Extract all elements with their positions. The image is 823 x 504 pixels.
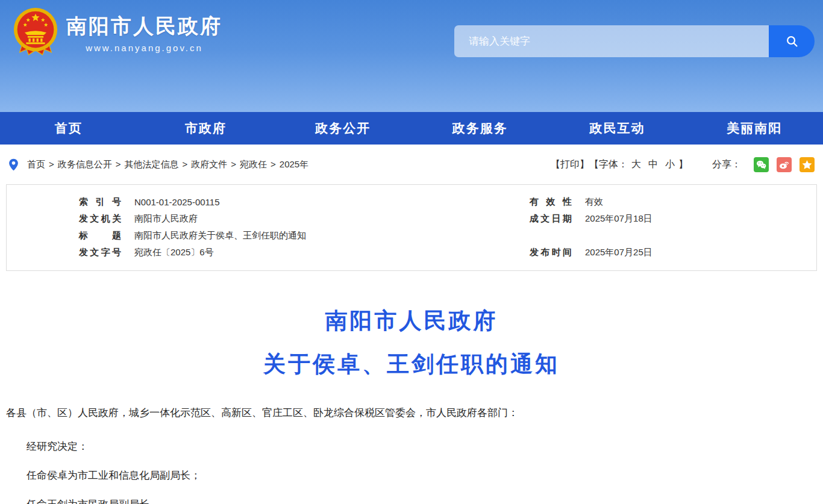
font-size-large-button[interactable]: 大 <box>631 158 641 171</box>
font-size-small-button[interactable]: 小 <box>665 158 675 171</box>
nav-item-gov-services[interactable]: 政务服务 <box>411 112 549 145</box>
location-pin-icon <box>8 158 19 171</box>
font-size-suffix: 】 <box>678 158 688 171</box>
nav-item-home[interactable]: 首页 <box>0 112 137 145</box>
site-title-block: 南阳市人民政府 www.nanyang.gov.cn <box>66 13 222 53</box>
breadcrumb-item-other-legal[interactable]: 其他法定信息 <box>125 159 179 169</box>
meta-label: 发文字号 <box>79 247 121 258</box>
body-paragraph-appointment-2: 任命王剑为市民政局副局长。 <box>6 497 817 504</box>
breadcrumb-item-gov-files[interactable]: 政府文件 <box>191 159 227 169</box>
meta-row-issuing-agency: 发文机关 南阳市人民政府 <box>79 210 530 227</box>
main-nav: 首页 市政府 政务公开 政务服务 政民互动 美丽南阳 <box>0 112 823 145</box>
breadcrumb-item-home[interactable]: 首页 <box>27 159 45 169</box>
header-banner: 南阳市人民政府 www.nanyang.gov.cn <box>0 0 823 112</box>
page: 南阳市人民政府 www.nanyang.gov.cn 首页 市政府 政务公开 政… <box>0 0 823 504</box>
meta-label: 发文机关 <box>79 213 121 225</box>
search-button[interactable] <box>769 25 815 57</box>
meta-label: 索引号 <box>79 196 121 208</box>
breadcrumb-separator: > <box>49 159 54 169</box>
meta-label: 标题 <box>79 230 121 241</box>
print-button[interactable]: 【打印】 <box>551 158 589 171</box>
meta-value: 有效 <box>585 196 603 208</box>
meta-row-publish-date: 发布时间 2025年07月25日 <box>530 244 816 261</box>
metadata-left-column: 索引号 N001-01-2025-00115 发文机关 南阳市人民政府 标题 南… <box>7 193 530 261</box>
page-toolbar: 【打印】 【字体： 大 中 小 】 分享： <box>551 157 815 172</box>
nav-item-beautiful-nanyang[interactable]: 美丽南阳 <box>686 112 823 145</box>
breadcrumb-separator: > <box>183 159 188 169</box>
site-url: www.nanyang.gov.cn <box>66 43 222 53</box>
search-icon <box>785 34 799 48</box>
breadcrumb-item-2025[interactable]: 2025年 <box>280 159 308 169</box>
document-title-line1: 南阳市人民政府 <box>0 306 823 336</box>
meta-label: 成文日期 <box>530 213 572 225</box>
breadcrumb-item-wanzhengren[interactable]: 宛政任 <box>240 159 267 169</box>
meta-row-title: 标题 南阳市人民政府关于侯卓、王剑任职的通知 <box>79 227 530 244</box>
share-weibo-button[interactable] <box>777 157 792 172</box>
nav-item-gov-open[interactable]: 政务公开 <box>274 112 411 145</box>
meta-row-validity: 有效性 有效 <box>530 193 816 210</box>
meta-value: 宛政任〔2025〕6号 <box>134 247 214 258</box>
document-title: 南阳市人民政府 关于侯卓、王剑任职的通知 <box>0 306 823 379</box>
breadcrumb-row: 首页>政务信息公开>其他法定信息>政府文件>宛政任>2025年 【打印】 【字体… <box>0 145 823 184</box>
body-paragraph-appointment-1: 任命侯卓为市工业和信息化局副局长； <box>6 468 817 483</box>
document-title-line2: 关于侯卓、王剑任职的通知 <box>0 349 823 379</box>
share-label: 分享： <box>712 158 741 171</box>
nav-item-interaction[interactable]: 政民互动 <box>549 112 686 145</box>
breadcrumb-item-info-open[interactable]: 政务信息公开 <box>58 159 112 169</box>
search-bar <box>454 25 815 57</box>
breadcrumb: 首页>政务信息公开>其他法定信息>政府文件>宛政任>2025年 <box>27 159 308 170</box>
document-body: 各县（市、区）人民政府，城乡一体化示范区、高新区、官庄工区、卧龙综合保税区管委会… <box>6 406 817 504</box>
font-size-prefix: 【字体： <box>589 158 628 171</box>
breadcrumb-separator: > <box>271 159 276 169</box>
metadata-right-column: 有效性 有效 成文日期 2025年07月18日 发布时间 2025年07月25日 <box>530 193 816 261</box>
font-size-medium-button[interactable]: 中 <box>648 158 658 171</box>
qzone-star-icon <box>801 159 813 170</box>
meta-value: 南阳市人民政府 <box>134 213 198 225</box>
meta-label: 有效性 <box>530 196 572 208</box>
meta-value: N001-01-2025-00115 <box>134 197 220 207</box>
weibo-icon <box>778 159 790 170</box>
document-metadata-box: 索引号 N001-01-2025-00115 发文机关 南阳市人民政府 标题 南… <box>6 184 817 271</box>
meta-row-document-number: 发文字号 宛政任〔2025〕6号 <box>79 244 530 261</box>
meta-row-written-date: 成文日期 2025年07月18日 <box>530 210 816 227</box>
share-qzone-button[interactable] <box>800 157 815 172</box>
national-emblem-icon <box>11 6 60 59</box>
meta-row-empty <box>530 227 816 244</box>
body-paragraph-recipients: 各县（市、区）人民政府，城乡一体化示范区、高新区、官庄工区、卧龙综合保税区管委会… <box>6 406 817 420</box>
breadcrumb-separator: > <box>231 159 236 169</box>
share-wechat-button[interactable] <box>754 157 769 172</box>
site-name: 南阳市人民政府 <box>66 13 222 40</box>
meta-label: 发布时间 <box>530 247 572 258</box>
site-logo[interactable]: 南阳市人民政府 www.nanyang.gov.cn <box>11 6 222 59</box>
meta-row-index-number: 索引号 N001-01-2025-00115 <box>79 193 530 210</box>
nav-item-city-gov[interactable]: 市政府 <box>137 112 275 145</box>
meta-value: 南阳市人民政府关于侯卓、王剑任职的通知 <box>134 230 306 241</box>
body-paragraph-decision: 经研究决定： <box>6 440 817 454</box>
meta-value: 2025年07月18日 <box>585 213 652 225</box>
search-input[interactable] <box>454 25 769 57</box>
wechat-icon <box>756 159 767 170</box>
meta-value: 2025年07月25日 <box>585 247 652 258</box>
breadcrumb-separator: > <box>116 159 121 169</box>
